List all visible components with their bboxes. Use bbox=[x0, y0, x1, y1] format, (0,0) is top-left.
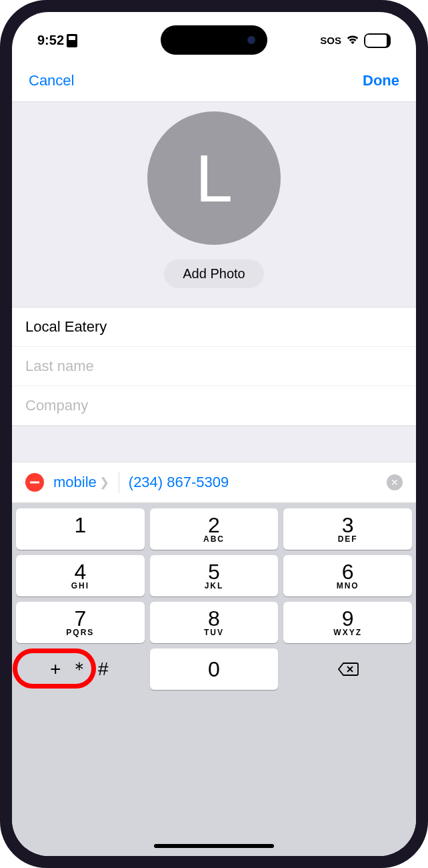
clear-button[interactable]: ✕ bbox=[387, 474, 403, 490]
keypad-key-4[interactable]: 4GHI bbox=[16, 555, 145, 596]
keypad-symbols-key[interactable]: + ＊ # bbox=[16, 648, 145, 690]
avatar-initial: L bbox=[195, 140, 233, 217]
sim-icon bbox=[67, 34, 77, 47]
remove-phone-button[interactable] bbox=[25, 473, 44, 492]
first-name-field[interactable]: Local Eatery bbox=[12, 308, 416, 347]
company-field[interactable]: Company bbox=[12, 386, 416, 426]
keypad-key-2[interactable]: 2ABC bbox=[150, 508, 279, 550]
battery-icon: 80 bbox=[364, 33, 391, 48]
section-gap bbox=[12, 426, 416, 462]
nav-bar: Cancel Done bbox=[12, 59, 416, 101]
fields-section: Local Eatery Last name Company bbox=[12, 308, 416, 426]
cancel-button[interactable]: Cancel bbox=[29, 72, 74, 89]
keypad-key-3[interactable]: 3DEF bbox=[283, 508, 412, 550]
status-time: 9:52 bbox=[37, 33, 64, 48]
keypad-key-9[interactable]: 9WXYZ bbox=[283, 602, 412, 643]
home-indicator[interactable] bbox=[154, 844, 274, 848]
backspace-key[interactable] bbox=[283, 648, 412, 690]
keypad-key-6[interactable]: 6MNO bbox=[283, 555, 412, 596]
divider bbox=[119, 472, 119, 493]
dynamic-island bbox=[161, 25, 267, 55]
photo-section: L Add Photo bbox=[12, 101, 416, 308]
phone-type-selector[interactable]: mobile ❯ bbox=[53, 474, 109, 491]
keypad-key-7[interactable]: 7PQRS bbox=[16, 602, 145, 643]
keypad-key-8[interactable]: 8TUV bbox=[150, 602, 279, 643]
chevron-right-icon: ❯ bbox=[99, 475, 109, 490]
avatar[interactable]: L bbox=[147, 111, 281, 245]
wifi-icon bbox=[345, 33, 360, 48]
sos-indicator: SOS bbox=[320, 35, 341, 46]
done-button[interactable]: Done bbox=[363, 72, 399, 89]
phone-row: mobile ❯ (234) 867-5309 ✕ bbox=[12, 462, 416, 503]
keypad-key-0[interactable]: 0 bbox=[150, 648, 279, 690]
keypad-key-1[interactable]: 1 bbox=[16, 508, 145, 550]
last-name-field[interactable]: Last name bbox=[12, 347, 416, 386]
add-photo-button[interactable]: Add Photo bbox=[164, 260, 263, 288]
phone-number-field[interactable]: (234) 867-5309 bbox=[129, 474, 377, 491]
keypad: 1 2ABC3DEF4GHI5JKL6MNO7PQRS8TUV9WXYZ+ ＊ … bbox=[12, 503, 416, 856]
keypad-key-5[interactable]: 5JKL bbox=[150, 555, 279, 596]
